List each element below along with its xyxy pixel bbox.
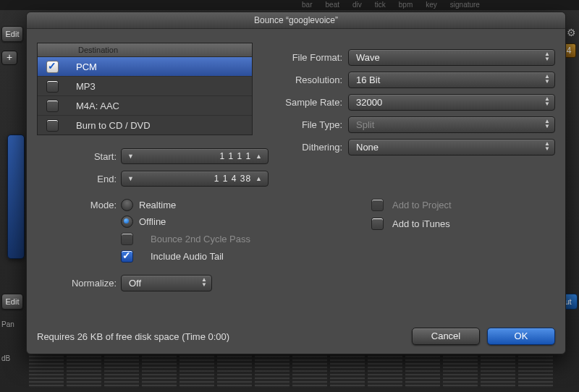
transport-label: tick [375, 0, 386, 10]
mode-label: Mode: [37, 200, 121, 210]
include-tail-label: Include Audio Tail [151, 251, 224, 262]
resolution-label: Resolution: [271, 74, 348, 85]
file-format-label: File Format: [271, 52, 348, 63]
file-format-popup[interactable]: Wave ▲▼ [348, 49, 555, 66]
resolution-popup[interactable]: 16 Bit ▲▼ [348, 72, 555, 88]
dithering-label: Dithering: [271, 142, 348, 153]
dithering-value: None [356, 142, 379, 153]
stepper-up-icon[interactable]: ▲ [254, 153, 263, 160]
destination-label: MP3 [76, 81, 246, 92]
start-value: 1 1 1 1 [135, 151, 254, 161]
mode-realtime-option[interactable]: Realtime [121, 196, 176, 213]
checkbox-include-tail[interactable] [121, 250, 133, 263]
popup-caret-icon: ▲▼ [544, 141, 551, 151]
destination-label: PCM [76, 61, 246, 72]
gear-icon[interactable]: ⚙ [565, 26, 578, 39]
end-value: 1 1 4 38 [135, 174, 254, 184]
db-label: dB [1, 354, 10, 362]
checkbox-add-to-project [371, 199, 384, 211]
destination-row-burn[interactable]: Burn to CD / DVD [38, 116, 252, 135]
transport-label: beat [326, 0, 339, 10]
checkbox-m4a[interactable] [46, 100, 59, 112]
cancel-button[interactable]: Cancel [412, 328, 480, 345]
normalize-popup[interactable]: Off ▲▼ [121, 275, 212, 291]
destination-header: Destination [38, 43, 252, 57]
right-column: File Format: Wave ▲▼ Resolution: 16 Bit … [271, 43, 555, 233]
bounce-2nd-label: Bounce 2nd Cycle Pass [151, 234, 250, 244]
popup-caret-icon: ▲▼ [544, 51, 551, 61]
left-column: Destination PCM MP3 M4A: AAC Burn to CD … [37, 43, 269, 291]
checkbox-mp3[interactable] [46, 80, 59, 93]
destination-list: Destination PCM MP3 M4A: AAC Burn to CD … [37, 43, 253, 135]
transport-label: bpm [399, 0, 413, 10]
transport-label: key [426, 0, 437, 10]
disk-space-info: Requires 26 KB of free disk space (Time … [37, 331, 229, 342]
popup-caret-icon: ▲▼ [200, 277, 208, 287]
add-to-itunes-label: Add to iTunes [392, 218, 450, 229]
transport-label: div [352, 0, 362, 10]
mode-offline-label: Offline [139, 216, 166, 227]
destination-label: Burn to CD / DVD [76, 120, 246, 131]
popup-caret-icon: ▲▼ [544, 119, 551, 129]
bounce-dialog: Bounce “googlevoice” Destination PCM MP3… [26, 12, 566, 354]
sample-rate-popup[interactable]: 32000 ▲▼ [348, 94, 555, 111]
add-to-project-label: Add to Project [392, 200, 452, 210]
file-format-value: Wave [356, 52, 380, 63]
normalize-value: Off [129, 278, 141, 289]
end-label: End: [37, 174, 121, 184]
mode-offline-option[interactable]: Offline [121, 213, 269, 230]
include-audio-tail-option[interactable]: Include Audio Tail [121, 247, 269, 265]
edit-button-lower[interactable]: Edit [1, 294, 23, 310]
add-to-itunes-option[interactable]: Add to iTunes [371, 214, 555, 233]
bounce-2nd-cycle-option: Bounce 2nd Cycle Pass [121, 230, 269, 247]
transport-label-strip: bar beat div tick bpm key signature [0, 0, 579, 10]
radio-realtime[interactable] [121, 199, 133, 211]
transport-label: signature [450, 0, 480, 10]
ok-button[interactable]: OK [487, 328, 555, 345]
destination-label: M4A: AAC [76, 101, 246, 111]
mode-realtime-label: Realtime [139, 200, 176, 210]
checkbox-add-to-itunes[interactable] [371, 218, 384, 230]
radio-offline[interactable] [121, 216, 133, 228]
checkbox-burn[interactable] [46, 119, 59, 132]
start-label: Start: [37, 151, 121, 162]
resolution-value: 16 Bit [356, 74, 380, 85]
channel-strip-panel [7, 135, 25, 259]
dithering-popup[interactable]: None ▲▼ [348, 139, 555, 155]
checkbox-bounce-2nd [121, 233, 133, 245]
destination-row-m4a[interactable]: M4A: AAC [38, 96, 252, 116]
pan-label: Pan [1, 320, 14, 328]
add-to-project-option: Add to Project [371, 195, 555, 214]
destination-row-mp3[interactable]: MP3 [38, 77, 252, 96]
add-button[interactable]: + [1, 51, 17, 65]
dialog-title: Bounce “googlevoice” [27, 12, 565, 29]
checkbox-pcm[interactable] [46, 61, 59, 73]
stepper-down-icon[interactable]: ▼ [126, 175, 135, 182]
normalize-label: Normalize: [37, 278, 121, 289]
sample-rate-value: 32000 [356, 97, 382, 108]
popup-caret-icon: ▲▼ [544, 96, 551, 106]
sample-rate-label: Sample Rate: [271, 97, 348, 108]
stepper-down-icon[interactable]: ▼ [126, 153, 135, 160]
edit-button[interactable]: Edit [1, 26, 23, 42]
stepper-up-icon[interactable]: ▲ [254, 175, 263, 182]
file-type-value: Split [356, 119, 374, 130]
file-type-label: File Type: [271, 119, 348, 130]
end-position-field[interactable]: ▼ 1 1 4 38 ▲ [121, 171, 269, 187]
destination-row-pcm[interactable]: PCM [38, 57, 252, 77]
file-type-popup[interactable]: Split ▲▼ [348, 116, 555, 133]
dialog-footer: Requires 26 KB of free disk space (Time … [37, 328, 555, 345]
start-position-field[interactable]: ▼ 1 1 1 1 ▲ [121, 148, 269, 164]
popup-caret-icon: ▲▼ [544, 74, 551, 84]
transport-label: bar [302, 0, 312, 10]
